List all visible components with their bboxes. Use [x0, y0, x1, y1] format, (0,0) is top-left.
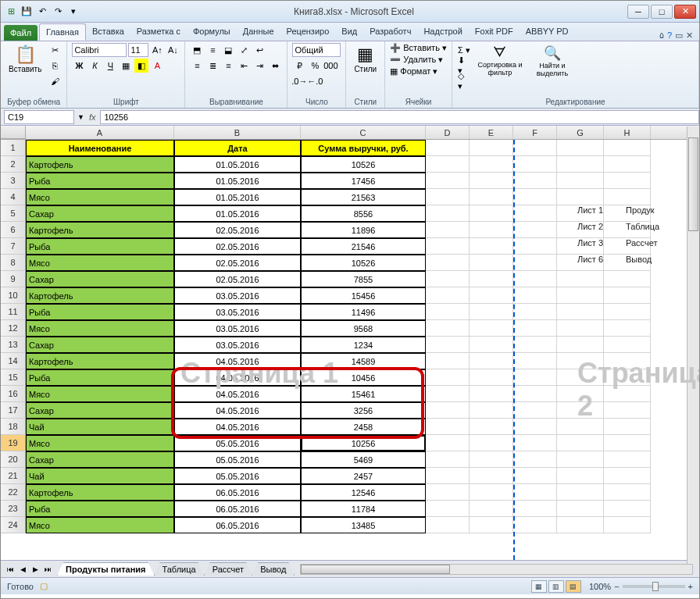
font-name-combo[interactable]: Calibri	[72, 43, 127, 57]
cell-date[interactable]: 01.05.2016	[174, 189, 301, 205]
cell-date[interactable]: 06.05.2016	[174, 501, 301, 517]
cell-date[interactable]: 02.05.2016	[174, 255, 301, 271]
cell[interactable]	[604, 173, 651, 189]
ribbon-options-icon[interactable]: ▭	[675, 30, 683, 41]
align-left-icon[interactable]: ≡	[190, 59, 204, 73]
cell[interactable]	[557, 501, 604, 517]
cell[interactable]	[426, 173, 470, 189]
cell[interactable]	[426, 435, 470, 451]
insert-cells-button[interactable]: ➕ Вставить ▾	[390, 43, 447, 53]
percent-icon[interactable]: %	[308, 59, 322, 73]
row-header[interactable]: 12	[1, 320, 26, 337]
cell[interactable]	[470, 517, 513, 533]
cell-name[interactable]: Картофель	[26, 222, 174, 238]
cell[interactable]	[513, 517, 557, 533]
border-button[interactable]: ▦	[119, 59, 133, 73]
cell[interactable]	[470, 353, 513, 369]
cell-name[interactable]: Сахар	[26, 337, 174, 353]
tab-first-icon[interactable]: ⏮	[4, 563, 16, 576]
row-header[interactable]: 22	[1, 484, 26, 501]
cell-name[interactable]: Рыба	[26, 238, 174, 255]
table-header-name[interactable]: Наименование	[26, 140, 174, 156]
cell-sum[interactable]: 10456	[301, 369, 426, 386]
minimize-button[interactable]: ─	[627, 5, 649, 19]
sort-filter-button[interactable]: ᗊ Сортировка и фильтр	[474, 43, 526, 78]
cell[interactable]	[470, 386, 513, 402]
cell-name[interactable]: Сахар	[26, 205, 174, 222]
col-header-A[interactable]: A	[26, 126, 174, 139]
col-header-F[interactable]: F	[513, 126, 557, 139]
cell[interactable]	[513, 304, 557, 320]
cell[interactable]	[426, 205, 470, 222]
cell-date[interactable]: 01.05.2016	[174, 173, 301, 189]
orientation-icon[interactable]: ⤢	[237, 43, 251, 57]
cell[interactable]	[604, 320, 651, 337]
row-header[interactable]: 17	[1, 402, 26, 419]
col-header-C[interactable]: C	[301, 126, 426, 139]
cell[interactable]	[513, 501, 557, 517]
delete-cells-button[interactable]: ➖ Удалить ▾	[390, 55, 443, 65]
cell[interactable]	[513, 435, 557, 451]
cell[interactable]	[426, 369, 470, 386]
row-header[interactable]: 7	[1, 238, 26, 255]
cell[interactable]	[426, 156, 470, 173]
currency-icon[interactable]: ₽	[292, 59, 306, 73]
tab-формулы[interactable]: Формулы	[187, 23, 237, 41]
cell[interactable]	[557, 517, 604, 533]
italic-button[interactable]: К	[88, 59, 102, 73]
cell[interactable]	[426, 451, 470, 468]
cell-sum[interactable]: 10526	[301, 156, 426, 173]
bold-button[interactable]: Ж	[72, 59, 86, 73]
align-right-icon[interactable]: ≡	[221, 59, 235, 73]
cell[interactable]	[426, 484, 470, 501]
cell[interactable]	[513, 156, 557, 173]
sheet-tab[interactable]: Рассчет	[204, 562, 253, 576]
cell-name[interactable]: Мясо	[26, 435, 174, 451]
cell-date[interactable]: 05.05.2016	[174, 451, 301, 468]
cell-name[interactable]: Рыба	[26, 369, 174, 386]
cell[interactable]	[557, 451, 604, 468]
cell[interactable]	[426, 140, 470, 156]
cell-sum[interactable]: 8556	[301, 205, 426, 222]
tab-next-icon[interactable]: ▶	[29, 563, 41, 576]
cell[interactable]	[557, 468, 604, 484]
cell[interactable]	[604, 517, 651, 533]
cell-date[interactable]: 01.05.2016	[174, 156, 301, 173]
cell[interactable]	[513, 189, 557, 205]
cell[interactable]	[426, 419, 470, 435]
cell[interactable]	[557, 337, 604, 353]
view-normal-button[interactable]: ▦	[531, 580, 547, 593]
cell[interactable]	[470, 484, 513, 501]
cell-date[interactable]: 02.05.2016	[174, 271, 301, 287]
cell[interactable]	[604, 468, 651, 484]
cell-sum[interactable]: 21546	[301, 238, 426, 255]
cell[interactable]	[470, 205, 513, 222]
row-header[interactable]: 8	[1, 255, 26, 271]
cell-sum[interactable]: 11784	[301, 501, 426, 517]
zoom-slider[interactable]	[623, 585, 685, 588]
cell[interactable]	[557, 304, 604, 320]
save-icon[interactable]: 💾	[20, 5, 34, 19]
row-header[interactable]: 1	[1, 140, 26, 156]
cell[interactable]	[513, 369, 557, 386]
styles-button[interactable]: ▦ Стили	[351, 43, 380, 75]
cell[interactable]	[470, 238, 513, 255]
cell[interactable]	[513, 451, 557, 468]
align-middle-icon[interactable]: ≡	[205, 43, 220, 57]
cell[interactable]	[470, 287, 513, 304]
cell-name[interactable]: Картофель	[26, 287, 174, 304]
cell[interactable]	[513, 484, 557, 501]
cell[interactable]	[426, 287, 470, 304]
cell[interactable]	[426, 501, 470, 517]
cell[interactable]	[513, 238, 557, 255]
tab-prev-icon[interactable]: ◀	[16, 563, 29, 576]
paste-button[interactable]: 📋 Вставить	[5, 43, 45, 75]
cell[interactable]	[604, 451, 651, 468]
cell[interactable]	[513, 419, 557, 435]
table-header-date[interactable]: Дата	[174, 140, 301, 156]
wrap-text-icon[interactable]: ↩	[252, 43, 266, 57]
tab-надстрой[interactable]: Надстрой	[417, 23, 468, 41]
cell-sum[interactable]: 11896	[301, 222, 426, 238]
row-header[interactable]: 6	[1, 222, 26, 238]
cell-date[interactable]: 03.05.2016	[174, 337, 301, 353]
